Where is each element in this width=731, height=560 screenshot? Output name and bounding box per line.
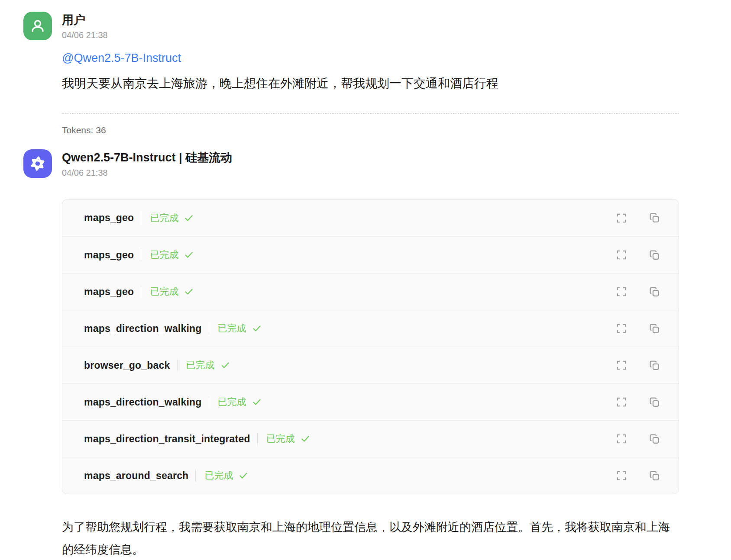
- tool-call-info: maps_direction_walking 已完成: [84, 396, 262, 409]
- check-icon: [184, 286, 194, 297]
- qwen-logo-icon: [29, 154, 47, 173]
- tool-call-actions: [616, 249, 660, 261]
- expand-button[interactable]: [616, 470, 627, 481]
- copy-icon: [649, 323, 660, 335]
- user-header-text: 用户 04/06 21:38: [62, 12, 108, 41]
- expand-icon: [616, 212, 627, 224]
- tool-status: 已完成: [204, 469, 249, 482]
- assistant-avatar[interactable]: [23, 149, 52, 178]
- expand-button[interactable]: [616, 360, 627, 371]
- tokens-count: Tokens: 36: [62, 114, 679, 136]
- tool-call-actions: [616, 212, 660, 224]
- check-icon: [184, 250, 194, 260]
- tool-call-actions: [616, 360, 660, 371]
- assistant-header-text: Qwen2.5-7B-Instruct | 硅基流动 04/06 21:38: [62, 149, 232, 178]
- copy-button[interactable]: [649, 212, 660, 224]
- tool-status-divider: [209, 396, 209, 409]
- check-icon: [252, 323, 262, 334]
- expand-button[interactable]: [616, 249, 627, 261]
- copy-button[interactable]: [649, 360, 660, 371]
- tool-status-label: 已完成: [186, 359, 215, 372]
- user-message-content: @Qwen2.5-7B-Instruct 我明天要从南京去上海旅游，晚上想住在外…: [62, 41, 679, 136]
- check-icon: [220, 360, 230, 370]
- expand-icon: [616, 286, 627, 297]
- expand-button[interactable]: [616, 396, 627, 408]
- copy-button[interactable]: [649, 396, 660, 408]
- expand-icon: [616, 249, 627, 261]
- tool-name: maps_direction_walking: [84, 396, 202, 408]
- assistant-message-text: 为了帮助您规划行程，我需要获取南京和上海的地理位置信息，以及外滩附近的酒店位置。…: [62, 516, 679, 560]
- copy-icon: [649, 470, 660, 482]
- tool-status-label: 已完成: [218, 396, 246, 409]
- copy-icon: [649, 433, 660, 445]
- assistant-timestamp: 04/06 21:38: [62, 167, 232, 178]
- tool-status-divider: [141, 285, 141, 298]
- check-icon: [184, 213, 194, 223]
- tool-status: 已完成: [186, 359, 230, 372]
- tool-call-info: maps_geo 已完成: [84, 248, 194, 261]
- check-icon: [300, 434, 311, 444]
- tool-call-row[interactable]: maps_geo 已完成: [62, 273, 679, 310]
- tool-name: maps_direction_transit_integrated: [84, 433, 250, 445]
- copy-button[interactable]: [649, 433, 660, 445]
- copy-icon: [649, 249, 660, 261]
- tool-name: maps_geo: [84, 249, 134, 261]
- copy-icon: [649, 360, 660, 371]
- tool-call-actions: [616, 433, 660, 445]
- copy-button[interactable]: [649, 286, 660, 298]
- tool-status-divider: [141, 212, 141, 225]
- expand-icon: [616, 396, 627, 408]
- expand-button[interactable]: [616, 286, 627, 297]
- expand-icon: [616, 433, 627, 444]
- tool-call-row[interactable]: maps_direction_walking 已完成: [62, 383, 679, 420]
- expand-button[interactable]: [616, 323, 627, 334]
- model-mention-link[interactable]: @Qwen2.5-7B-Instruct: [62, 50, 181, 66]
- copy-icon: [649, 212, 660, 224]
- tool-status-label: 已完成: [218, 322, 246, 335]
- assistant-message: Qwen2.5-7B-Instruct | 硅基流动 04/06 21:38 m…: [0, 149, 731, 560]
- copy-button[interactable]: [649, 323, 660, 335]
- tool-call-row[interactable]: maps_geo 已完成: [62, 236, 679, 273]
- tool-status: 已完成: [218, 396, 262, 409]
- tool-name: maps_direction_walking: [84, 323, 202, 335]
- tool-call-row[interactable]: maps_geo 已完成: [62, 200, 679, 236]
- tool-status: 已完成: [150, 248, 194, 261]
- person-icon: [29, 17, 46, 35]
- tool-call-row[interactable]: maps_direction_transit_integrated 已完成: [62, 420, 679, 457]
- expand-button[interactable]: [616, 433, 627, 444]
- tool-name: maps_around_search: [84, 470, 188, 482]
- tool-status-label: 已完成: [150, 212, 178, 225]
- tool-status: 已完成: [218, 322, 262, 335]
- tool-status-label: 已完成: [150, 285, 178, 298]
- tool-call-info: maps_direction_transit_integrated 已完成: [84, 432, 311, 445]
- tool-call-actions: [616, 286, 660, 298]
- tool-call-actions: [616, 396, 660, 408]
- tool-call-row[interactable]: maps_around_search 已完成: [62, 457, 679, 494]
- tool-status-divider: [177, 359, 178, 372]
- tool-call-row[interactable]: maps_direction_walking 已完成: [62, 310, 679, 347]
- expand-icon: [616, 360, 627, 371]
- copy-icon: [649, 396, 660, 408]
- check-icon: [252, 397, 262, 407]
- tool-status-label: 已完成: [150, 248, 178, 261]
- tool-name: maps_geo: [84, 212, 134, 224]
- user-message: 用户 04/06 21:38 @Qwen2.5-7B-Instruct 我明天要…: [0, 12, 731, 136]
- tool-status: 已完成: [150, 212, 194, 225]
- user-avatar[interactable]: [23, 12, 52, 40]
- tool-status-label: 已完成: [204, 469, 233, 482]
- tool-name: browser_go_back: [84, 360, 170, 371]
- copy-button[interactable]: [649, 249, 660, 261]
- tool-call-actions: [616, 323, 660, 335]
- tool-call-info: maps_around_search 已完成: [84, 469, 249, 482]
- tool-status: 已完成: [266, 432, 311, 445]
- tool-status-divider: [257, 432, 258, 445]
- check-icon: [238, 470, 249, 481]
- expand-button[interactable]: [616, 212, 627, 224]
- tool-call-row[interactable]: browser_go_back 已完成: [62, 347, 679, 383]
- assistant-message-header: Qwen2.5-7B-Instruct | 硅基流动 04/06 21:38: [23, 149, 731, 178]
- copy-button[interactable]: [649, 470, 660, 482]
- copy-icon: [649, 286, 660, 298]
- tool-call-info: maps_geo 已完成: [84, 212, 194, 225]
- user-timestamp: 04/06 21:38: [62, 29, 108, 41]
- tool-call-info: maps_direction_walking 已完成: [84, 322, 262, 335]
